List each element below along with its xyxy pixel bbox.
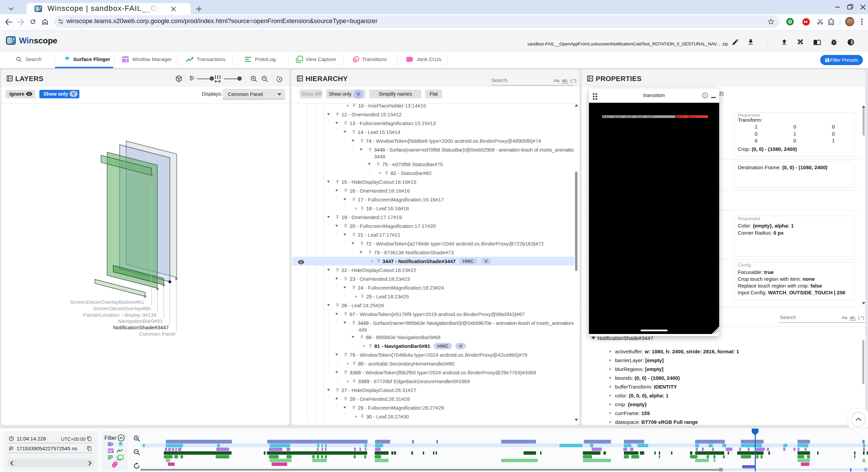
svg-text:Common Panel: Common Panel xyxy=(139,331,175,337)
svg-text:ScreenDecorOverlay#60: ScreenDecorOverlay#60 xyxy=(93,306,151,311)
svg-text:ScreenDecorOverlayBottom#61: ScreenDecorOverlayBottom#61 xyxy=(70,299,144,305)
svg-text:NotificationShade#3447: NotificationShade#3447 xyxy=(113,324,169,330)
svg-text:NavigationBar0#81: NavigationBar0#81 xyxy=(118,318,163,324)
svg-text:PointerLocation - display 0#13: PointerLocation - display 0#134 xyxy=(83,312,157,318)
